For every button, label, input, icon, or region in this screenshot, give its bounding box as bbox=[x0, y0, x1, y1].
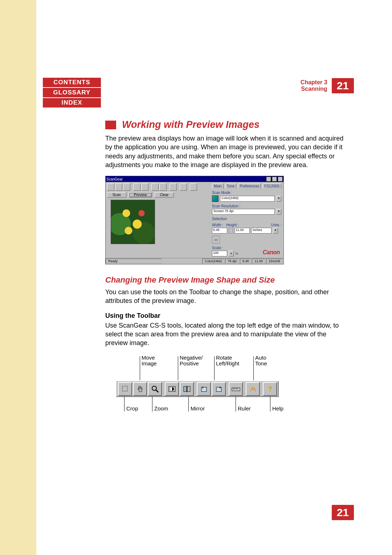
canon-logo: Canon bbox=[263, 249, 280, 256]
lock-icon[interactable] bbox=[229, 228, 233, 234]
mirror-button[interactable] bbox=[180, 382, 194, 396]
chapter-block: Chapter 3 Scanning 21 bbox=[301, 78, 354, 93]
close-button[interactable]: × bbox=[278, 177, 283, 182]
scangear-window: ScanGear _ □ × bbox=[105, 176, 284, 264]
scan-resolution-select[interactable]: Screen 75 dpi bbox=[212, 209, 275, 215]
nav-index[interactable]: INDEX bbox=[43, 98, 101, 108]
tab-tone[interactable]: Tone bbox=[225, 183, 237, 189]
scan-mode-dropdown-btn[interactable]: ▼ bbox=[276, 196, 281, 202]
mode-icon bbox=[212, 195, 219, 202]
height-input[interactable]: 11.00 bbox=[234, 228, 250, 234]
units-select[interactable]: inches bbox=[251, 228, 271, 234]
label-crop: Crop bbox=[126, 406, 138, 412]
label-move-image: Move Image bbox=[142, 355, 157, 367]
label-width: Width : bbox=[212, 223, 223, 227]
scan-mode-select[interactable]: Color(24bit) bbox=[220, 196, 275, 202]
magnifier-icon bbox=[151, 385, 159, 393]
heading-working-with-preview-images: Working with Preview Images bbox=[122, 119, 260, 130]
rotate-right-button[interactable] bbox=[212, 382, 226, 396]
mini-help-button[interactable] bbox=[190, 183, 197, 191]
ruler-button[interactable] bbox=[229, 382, 243, 396]
svg-rect-5 bbox=[184, 386, 187, 392]
svg-rect-10 bbox=[232, 388, 240, 391]
label-selection: Selection bbox=[212, 217, 281, 221]
mini-toolbar bbox=[107, 183, 208, 191]
preview-button[interactable]: Preview bbox=[128, 192, 152, 198]
zoom-button[interactable] bbox=[148, 382, 162, 396]
mini-move-button[interactable] bbox=[115, 183, 122, 191]
status-ready: Ready bbox=[106, 259, 162, 264]
heading-changing-shape-size: Changing the Preview Image Shape and Siz… bbox=[105, 275, 345, 285]
nav-contents[interactable]: CONTENTS bbox=[43, 78, 101, 87]
auto-tone-button[interactable] bbox=[246, 382, 260, 396]
move-image-button[interactable] bbox=[133, 382, 147, 396]
status-width: 8.48 bbox=[240, 259, 252, 264]
label-help: Help bbox=[272, 406, 283, 412]
mirror-icon bbox=[183, 385, 191, 393]
status-dpi: 75 dpi bbox=[225, 259, 239, 264]
window-title: ScanGear bbox=[106, 177, 266, 181]
autotone-icon bbox=[249, 385, 257, 393]
label-scan-mode: Scan Mode : bbox=[212, 191, 281, 195]
chapter-line1: Chapter 3 bbox=[301, 79, 327, 86]
tab-preferences[interactable]: Preferences bbox=[238, 183, 261, 189]
crop-button[interactable] bbox=[118, 382, 132, 396]
content: Working with Preview Images The preview … bbox=[105, 119, 345, 420]
label-negative-positive: Negative/ Positive bbox=[180, 355, 203, 367]
paragraph-changing-shape-size: You can use the tools on the Toolbar to … bbox=[105, 288, 345, 305]
svg-point-15 bbox=[250, 386, 252, 388]
svg-rect-0 bbox=[122, 386, 127, 391]
heading-marker bbox=[105, 121, 116, 129]
selection-preset-button[interactable]: ▭ bbox=[212, 236, 220, 244]
units-dropdown-btn[interactable]: ▼ bbox=[273, 228, 278, 234]
rotate-left-icon bbox=[200, 385, 208, 393]
footer-page: 21 bbox=[332, 505, 354, 520]
titlebar: ScanGear _ □ × bbox=[106, 176, 283, 182]
label-auto-tone: Auto Tone bbox=[255, 355, 267, 367]
chapter-line2: Scanning bbox=[301, 86, 327, 92]
tab-fs1200s[interactable]: FS1200S bbox=[262, 183, 281, 189]
mini-rotright-button[interactable] bbox=[159, 183, 167, 191]
nav-glossary[interactable]: GLOSSARY bbox=[43, 88, 101, 97]
clear-button[interactable]: Clear bbox=[154, 192, 174, 198]
width-input[interactable]: 8.48 bbox=[212, 228, 227, 234]
ruler-icon bbox=[231, 385, 241, 393]
mini-autotone-button[interactable] bbox=[180, 183, 187, 191]
minimize-button[interactable]: _ bbox=[266, 177, 271, 182]
mini-zoom-button[interactable] bbox=[123, 183, 130, 191]
scale-input[interactable]: 100 bbox=[212, 251, 227, 256]
paragraph-using-toolbar: Use ScanGear CS-S tools, located along t… bbox=[105, 321, 345, 348]
nav-box: CONTENTS GLOSSARY INDEX bbox=[43, 78, 101, 108]
label-ruler: Ruler bbox=[238, 406, 251, 412]
toolbar-strip: ? bbox=[116, 381, 279, 397]
rotate-right-icon bbox=[215, 385, 223, 393]
page-number-badge: 21 bbox=[332, 78, 354, 93]
tab-main[interactable]: Main bbox=[212, 183, 224, 189]
crop-icon bbox=[121, 385, 129, 393]
preview-area[interactable] bbox=[111, 200, 155, 244]
rotate-left-button[interactable] bbox=[197, 382, 211, 396]
label-units: Units : bbox=[271, 223, 281, 227]
negative-positive-button[interactable] bbox=[165, 382, 179, 396]
label-rotate-lr: Rotate Left/Right bbox=[216, 355, 239, 367]
status-bar: Ready Color(24bit) 75 dpi 8.48 11.00 154… bbox=[106, 258, 283, 264]
toolbar-diagram: Move Image Negative/ Positive Rotate Lef… bbox=[116, 355, 312, 420]
heading-using-toolbar: Using the Toolbar bbox=[105, 312, 345, 320]
mini-crop-button[interactable] bbox=[107, 183, 114, 191]
scan-resolution-dropdown-btn[interactable]: ▼ bbox=[276, 209, 281, 215]
mini-rotleft-button[interactable] bbox=[151, 183, 159, 191]
hand-icon bbox=[136, 385, 144, 393]
paragraph-intro: The preview area displays how an image w… bbox=[105, 134, 345, 169]
svg-point-1 bbox=[152, 386, 156, 390]
mini-ruler-button[interactable] bbox=[170, 183, 177, 191]
svg-text:?: ? bbox=[268, 385, 272, 393]
scale-spin-btn[interactable]: ▴ bbox=[229, 251, 234, 256]
label-scan-resolution: Scan Resolution : bbox=[212, 204, 281, 208]
help-icon: ? bbox=[266, 385, 274, 393]
mini-negpos-button[interactable] bbox=[133, 183, 140, 191]
scan-button[interactable]: Scan bbox=[107, 192, 126, 198]
mini-mirror-button[interactable] bbox=[141, 183, 148, 191]
help-button[interactable]: ? bbox=[263, 382, 277, 396]
maximize-button[interactable]: □ bbox=[272, 177, 277, 182]
status-mode: Color(24bit) bbox=[202, 259, 224, 264]
